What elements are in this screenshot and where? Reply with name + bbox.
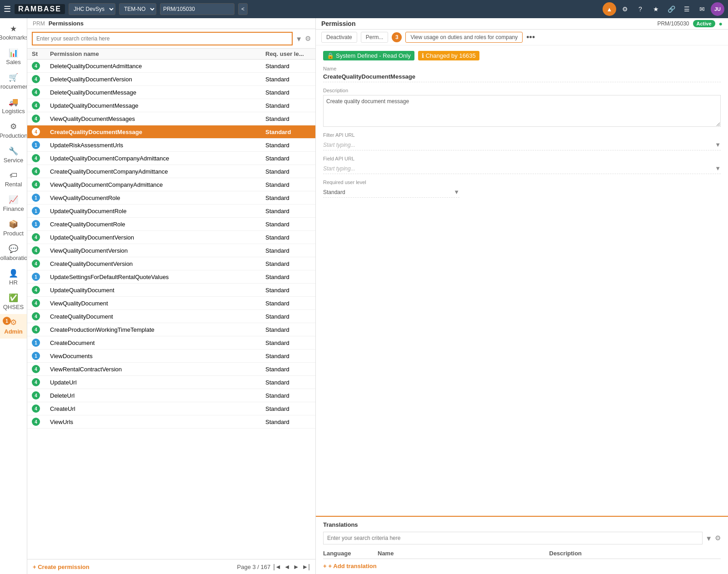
filter-api-url-select[interactable]: Start typing... ▼ (323, 140, 721, 150)
sidebar-item-qhses[interactable]: ✅ QHSES (0, 289, 27, 314)
req-level: Standard (265, 181, 311, 188)
create-permission-link[interactable]: + Create permission (33, 564, 90, 570)
mail-icon-button[interactable]: ✉ (695, 2, 709, 16)
sidebar-item-sales[interactable]: 📊 Sales (0, 45, 27, 69)
mode-selector[interactable]: TEM-NO (119, 3, 156, 15)
tag-changed-by: ℹ Changed by 16635 (418, 51, 479, 60)
field-api-url-group: Field API URL Start typing... ▼ (323, 156, 721, 174)
status-badge: 4 (32, 418, 40, 426)
table-row[interactable]: 4 DeleteQualityDocumentAdmittance Standa… (27, 60, 315, 73)
page-prev-button[interactable]: ◄ (284, 563, 290, 570)
sidebar-item-rental[interactable]: 🏷 Rental (0, 167, 27, 191)
sidebar-item-bookmarks[interactable]: ★ Bookmarks (0, 20, 27, 45)
avatar-button[interactable]: JU (711, 2, 724, 16)
sidebar-item-hr[interactable]: 👤 HR (0, 265, 27, 289)
req-user-level-select[interactable]: Standard ▼ (323, 187, 459, 198)
sidebar-item-collaboration[interactable]: 💬 Collaboration (0, 240, 27, 265)
table-row[interactable]: 4 UpdateQualityDocumentCompanyAdmittance… (27, 152, 315, 165)
sidebar-item-product[interactable]: 📦 Product (0, 216, 27, 240)
filter-icon-button[interactable]: ▼ (295, 35, 302, 43)
table-row[interactable]: 4 DeleteQualityDocumentMessage Standard (27, 86, 315, 99)
table-row[interactable]: 1 CreateQualityDocumentRole Standard (27, 218, 315, 231)
table-row[interactable]: 4 UpdateUrl Standard (27, 376, 315, 389)
sidebar-item-procurement[interactable]: 🛒 Procurement (0, 69, 27, 94)
table-row[interactable]: 4 CreateQualityDocumentVersion Standard (27, 257, 315, 270)
table-row[interactable]: 4 ViewQualityDocumentCompanyAdmittance S… (27, 178, 315, 191)
table-body: 4 DeleteQualityDocumentAdmittance Standa… (27, 60, 315, 559)
page-next-button[interactable]: ► (293, 563, 299, 570)
table-row[interactable]: 4 DeleteQualityDocumentVersion Standard (27, 73, 315, 86)
table-row[interactable]: 1 ViewQualityDocumentRole Standard (27, 191, 315, 205)
breadcrumb: PRM (33, 20, 45, 27)
table-row-selected[interactable]: 4 CreateQualityDocumentMessage Standard (27, 125, 315, 139)
page-first-button[interactable]: |◄ (273, 563, 281, 570)
table-footer: + Create permission Page 3 / 167 |◄ ◄ ► … (27, 559, 315, 574)
req-level: Standard (265, 63, 311, 70)
table-row[interactable]: 4 ViewRentalContractVersion Standard (27, 363, 315, 376)
translations-search-input[interactable] (323, 532, 703, 544)
table-row[interactable]: 4 UpdateQualityDocument Standard (27, 284, 315, 297)
req-level: Standard (265, 168, 311, 175)
translations-settings-button[interactable]: ⚙ (715, 534, 721, 542)
field-api-url-label: Field API URL (323, 156, 721, 161)
status-badge: 4 (32, 233, 40, 241)
search-input[interactable] (32, 32, 293, 45)
table-row[interactable]: 1 CreateDocument Standard (27, 336, 315, 349)
table-row[interactable]: 4 ViewUrls Standard (27, 415, 315, 429)
req-level: Standard (265, 366, 311, 373)
document-id-input[interactable] (160, 3, 234, 15)
help-icon-button[interactable]: ? (633, 2, 647, 16)
permission-name: UpdateUrl (50, 379, 265, 386)
table-row[interactable]: 4 DeleteUrl Standard (27, 389, 315, 402)
logistics-icon: 🚚 (9, 97, 18, 107)
sidebar-item-production[interactable]: ⚙ Production (0, 118, 27, 143)
translations-search-row: ▼ ⚙ (323, 532, 721, 544)
description-textarea[interactable]: Create quality document message (323, 95, 721, 127)
add-translation-link[interactable]: + + Add translation (323, 563, 721, 569)
req-level: Standard (265, 287, 311, 294)
req-level: Standard (265, 405, 311, 412)
more-options-button[interactable]: ••• (526, 33, 535, 42)
perm-button[interactable]: Perm... (361, 32, 389, 43)
table-row[interactable]: 1 ViewDocuments Standard (27, 349, 315, 363)
translations-filter-button[interactable]: ▼ (705, 534, 712, 542)
view-usage-box[interactable]: View usage on duties and roles for compa… (405, 32, 523, 43)
table-row[interactable]: 4 CreateUrl Standard (27, 402, 315, 415)
permission-name: CreateQualityDocumentRole (50, 221, 265, 228)
status-badge: 4 (32, 75, 40, 83)
req-level: Standard (265, 221, 311, 228)
right-panel-actions: Deactivate Perm... 3 View usage on dutie… (316, 30, 728, 45)
table-row[interactable]: 1 UpdateQualityDocumentRole Standard (27, 205, 315, 218)
deactivate-button[interactable]: Deactivate (321, 32, 357, 43)
sidebar-item-admin[interactable]: 1 ⚙ Admin (0, 314, 27, 339)
settings-icon-button[interactable]: ⚙ (305, 35, 311, 43)
sidebar-item-label: Bookmarks (0, 35, 27, 41)
list-icon-button[interactable]: ☰ (680, 2, 693, 16)
sidebar-item-finance[interactable]: 📈 Finance (0, 191, 27, 216)
field-api-url-select[interactable]: Start typing... ▼ (323, 163, 721, 174)
table-row[interactable]: 4 ViewQualityDocumentVersion Standard (27, 244, 315, 257)
table-row[interactable]: 4 ViewQualityDocumentMessages Standard (27, 112, 315, 125)
company-selector[interactable]: JHC DevSys (69, 3, 115, 15)
bookmarks-icon: ★ (10, 24, 17, 34)
table-row[interactable]: 1 UpdateSettingsForDefaultRentalQuoteVal… (27, 270, 315, 284)
table-row[interactable]: 4 CreateQualityDocument Standard (27, 310, 315, 323)
table-row[interactable]: 4 CreateQualityDocumentCompanyAdmittance… (27, 165, 315, 178)
link-icon-button[interactable]: 🔗 (664, 2, 678, 16)
star-icon-button[interactable]: ★ (649, 2, 663, 16)
table-row[interactable]: 4 CreateProductionWorkingTimeTemplate St… (27, 323, 315, 336)
nav-back-button[interactable]: < (238, 3, 248, 15)
sidebar-item-service[interactable]: 🔧 Service (0, 143, 27, 167)
settings-icon-button[interactable]: ⚙ (618, 2, 632, 16)
hamburger-button[interactable]: ☰ (4, 4, 11, 14)
table-row[interactable]: 1 UpdateRiskAssessmentUrls Standard (27, 139, 315, 152)
table-row[interactable]: 4 UpdateQualityDocumentMessage Standard (27, 99, 315, 112)
table-row[interactable]: 4 UpdateQualityDocumentVersion Standard (27, 231, 315, 244)
status-badge: 4 (32, 180, 40, 189)
table-row[interactable]: 4 ViewQualityDocument Standard (27, 297, 315, 310)
sidebar-item-logistics[interactable]: 🚚 Logistics (0, 94, 27, 118)
page-last-button[interactable]: ►| (302, 563, 310, 570)
alert-icon-button[interactable]: ▲ (603, 2, 616, 16)
permission-name: UpdateRiskAssessmentUrls (50, 142, 265, 149)
permission-name: UpdateQualityDocument (50, 287, 265, 294)
